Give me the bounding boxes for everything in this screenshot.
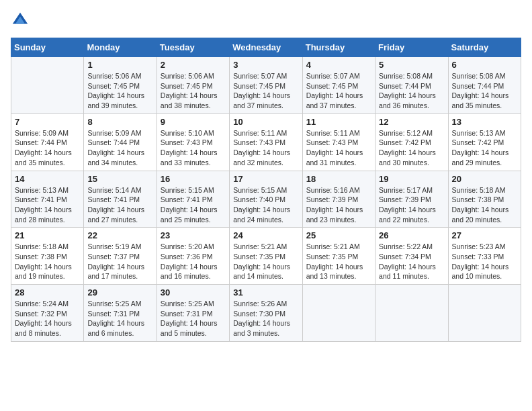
day-info: Sunrise: 5:06 AM Sunset: 7:45 PM Dayligh… [161, 71, 226, 111]
calendar-cell: 4Sunrise: 5:07 AM Sunset: 7:45 PM Daylig… [302, 57, 375, 114]
calendar-cell: 10Sunrise: 5:11 AM Sunset: 7:43 PM Dayli… [230, 113, 302, 171]
calendar-cell: 11Sunrise: 5:11 AM Sunset: 7:43 PM Dayli… [302, 113, 375, 171]
day-info: Sunrise: 5:16 AM Sunset: 7:39 PM Dayligh… [306, 185, 371, 225]
calendar-cell: 14Sunrise: 5:13 AM Sunset: 7:41 PM Dayli… [11, 171, 84, 228]
day-number: 31 [233, 287, 298, 298]
weekday-header-saturday: Saturday [448, 38, 521, 57]
day-info: Sunrise: 5:25 AM Sunset: 7:31 PM Dayligh… [87, 299, 152, 338]
day-number: 25 [306, 230, 371, 240]
day-number: 29 [87, 287, 152, 298]
calendar-cell: 6Sunrise: 5:08 AM Sunset: 7:44 PM Daylig… [448, 57, 521, 114]
day-number: 5 [379, 60, 444, 70]
calendar-cell: 19Sunrise: 5:17 AM Sunset: 7:39 PM Dayli… [375, 171, 448, 228]
day-number: 12 [379, 117, 444, 127]
calendar-cell: 7Sunrise: 5:09 AM Sunset: 7:44 PM Daylig… [11, 113, 84, 171]
weekday-header-thursday: Thursday [302, 38, 375, 57]
day-info: Sunrise: 5:21 AM Sunset: 7:35 PM Dayligh… [233, 242, 298, 281]
calendar-week-row: 21Sunrise: 5:18 AM Sunset: 7:38 PM Dayli… [11, 228, 521, 285]
day-number: 14 [15, 174, 80, 184]
day-number: 30 [161, 287, 226, 298]
day-info: Sunrise: 5:08 AM Sunset: 7:44 PM Dayligh… [452, 71, 517, 111]
day-info: Sunrise: 5:13 AM Sunset: 7:42 PM Dayligh… [452, 128, 517, 168]
calendar-cell: 24Sunrise: 5:21 AM Sunset: 7:35 PM Dayli… [230, 228, 302, 285]
day-info: Sunrise: 5:18 AM Sunset: 7:38 PM Dayligh… [452, 185, 517, 225]
day-number: 24 [233, 230, 298, 240]
logo-icon [11, 11, 30, 30]
day-number: 19 [379, 174, 444, 184]
day-number: 21 [15, 230, 80, 240]
calendar-cell: 25Sunrise: 5:21 AM Sunset: 7:35 PM Dayli… [302, 228, 375, 285]
day-number: 4 [306, 60, 371, 70]
day-number: 17 [233, 174, 298, 184]
day-info: Sunrise: 5:14 AM Sunset: 7:41 PM Dayligh… [87, 185, 152, 225]
day-number: 11 [306, 117, 371, 127]
day-info: Sunrise: 5:19 AM Sunset: 7:37 PM Dayligh… [87, 242, 152, 281]
day-number: 18 [306, 174, 371, 184]
calendar-cell: 30Sunrise: 5:25 AM Sunset: 7:31 PM Dayli… [157, 285, 229, 342]
calendar-cell [375, 285, 448, 342]
calendar-cell: 21Sunrise: 5:18 AM Sunset: 7:38 PM Dayli… [11, 228, 84, 285]
day-number: 20 [452, 174, 517, 184]
calendar-cell: 28Sunrise: 5:24 AM Sunset: 7:32 PM Dayli… [11, 285, 84, 342]
weekday-header-sunday: Sunday [11, 38, 84, 57]
calendar-cell: 18Sunrise: 5:16 AM Sunset: 7:39 PM Dayli… [302, 171, 375, 228]
calendar-cell: 8Sunrise: 5:09 AM Sunset: 7:44 PM Daylig… [84, 113, 157, 171]
calendar-cell: 17Sunrise: 5:15 AM Sunset: 7:40 PM Dayli… [230, 171, 302, 228]
day-number: 13 [452, 117, 517, 127]
calendar-cell [448, 285, 521, 342]
day-number: 28 [15, 287, 80, 298]
calendar-cell: 20Sunrise: 5:18 AM Sunset: 7:38 PM Dayli… [448, 171, 521, 228]
calendar-cell: 29Sunrise: 5:25 AM Sunset: 7:31 PM Dayli… [84, 285, 157, 342]
day-info: Sunrise: 5:26 AM Sunset: 7:30 PM Dayligh… [233, 299, 298, 338]
calendar-week-row: 7Sunrise: 5:09 AM Sunset: 7:44 PM Daylig… [11, 113, 521, 171]
weekday-header-wednesday: Wednesday [230, 38, 302, 57]
day-number: 15 [87, 174, 152, 184]
calendar-cell: 23Sunrise: 5:20 AM Sunset: 7:36 PM Dayli… [157, 228, 229, 285]
logo [11, 11, 32, 30]
day-info: Sunrise: 5:11 AM Sunset: 7:43 PM Dayligh… [306, 128, 371, 168]
calendar-cell [11, 57, 84, 114]
day-info: Sunrise: 5:08 AM Sunset: 7:44 PM Dayligh… [379, 71, 444, 111]
day-info: Sunrise: 5:21 AM Sunset: 7:35 PM Dayligh… [306, 242, 371, 281]
calendar-cell: 22Sunrise: 5:19 AM Sunset: 7:37 PM Dayli… [84, 228, 157, 285]
calendar-week-row: 28Sunrise: 5:24 AM Sunset: 7:32 PM Dayli… [11, 285, 521, 342]
day-info: Sunrise: 5:23 AM Sunset: 7:33 PM Dayligh… [452, 242, 517, 281]
weekday-header-row: SundayMondayTuesdayWednesdayThursdayFrid… [11, 38, 521, 57]
day-info: Sunrise: 5:15 AM Sunset: 7:41 PM Dayligh… [161, 185, 226, 225]
day-info: Sunrise: 5:06 AM Sunset: 7:45 PM Dayligh… [87, 71, 152, 111]
day-info: Sunrise: 5:12 AM Sunset: 7:42 PM Dayligh… [379, 128, 444, 168]
day-info: Sunrise: 5:18 AM Sunset: 7:38 PM Dayligh… [15, 242, 80, 281]
day-number: 10 [233, 117, 298, 127]
calendar-cell: 1Sunrise: 5:06 AM Sunset: 7:45 PM Daylig… [84, 57, 157, 114]
day-info: Sunrise: 5:07 AM Sunset: 7:45 PM Dayligh… [306, 71, 371, 111]
day-info: Sunrise: 5:07 AM Sunset: 7:45 PM Dayligh… [233, 71, 298, 111]
day-info: Sunrise: 5:09 AM Sunset: 7:44 PM Dayligh… [87, 128, 152, 168]
day-number: 3 [233, 60, 298, 70]
calendar-cell: 2Sunrise: 5:06 AM Sunset: 7:45 PM Daylig… [157, 57, 229, 114]
calendar-table: SundayMondayTuesdayWednesdayThursdayFrid… [11, 38, 521, 342]
day-number: 7 [15, 117, 80, 127]
calendar-cell: 15Sunrise: 5:14 AM Sunset: 7:41 PM Dayli… [84, 171, 157, 228]
calendar-cell: 27Sunrise: 5:23 AM Sunset: 7:33 PM Dayli… [448, 228, 521, 285]
day-number: 1 [87, 60, 152, 70]
calendar-cell: 16Sunrise: 5:15 AM Sunset: 7:41 PM Dayli… [157, 171, 229, 228]
day-number: 2 [161, 60, 226, 70]
calendar-cell: 5Sunrise: 5:08 AM Sunset: 7:44 PM Daylig… [375, 57, 448, 114]
calendar-cell: 31Sunrise: 5:26 AM Sunset: 7:30 PM Dayli… [230, 285, 302, 342]
weekday-header-monday: Monday [84, 38, 157, 57]
day-number: 26 [379, 230, 444, 240]
day-number: 22 [87, 230, 152, 240]
day-info: Sunrise: 5:24 AM Sunset: 7:32 PM Dayligh… [15, 299, 80, 338]
weekday-header-friday: Friday [375, 38, 448, 57]
day-info: Sunrise: 5:22 AM Sunset: 7:34 PM Dayligh… [379, 242, 444, 281]
calendar-cell [302, 285, 375, 342]
weekday-header-tuesday: Tuesday [157, 38, 229, 57]
calendar-cell: 12Sunrise: 5:12 AM Sunset: 7:42 PM Dayli… [375, 113, 448, 171]
day-info: Sunrise: 5:11 AM Sunset: 7:43 PM Dayligh… [233, 128, 298, 168]
day-number: 16 [161, 174, 226, 184]
calendar-cell: 13Sunrise: 5:13 AM Sunset: 7:42 PM Dayli… [448, 113, 521, 171]
day-info: Sunrise: 5:13 AM Sunset: 7:41 PM Dayligh… [15, 185, 80, 225]
calendar-cell: 9Sunrise: 5:10 AM Sunset: 7:43 PM Daylig… [157, 113, 229, 171]
day-info: Sunrise: 5:25 AM Sunset: 7:31 PM Dayligh… [161, 299, 226, 338]
day-info: Sunrise: 5:09 AM Sunset: 7:44 PM Dayligh… [15, 128, 80, 168]
